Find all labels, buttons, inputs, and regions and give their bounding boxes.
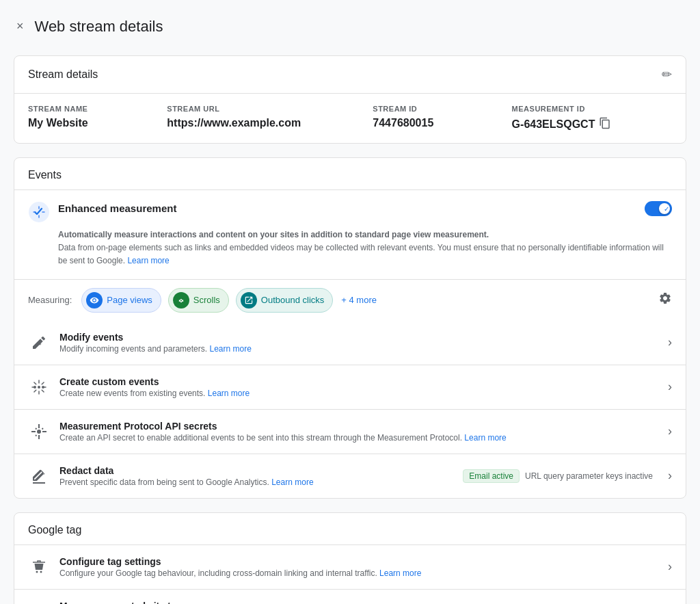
protocol-content: Measurement Protocol API secrets Create … — [59, 421, 653, 443]
stream-info-grid: STREAM NAME My Website STREAM URL https:… — [14, 94, 686, 143]
stream-details-title: Stream details — [28, 68, 98, 81]
configure-tag-row[interactable]: Configure tag settings Configure your Go… — [14, 545, 686, 590]
redact-data-content: Redact data Prevent specific data from b… — [59, 465, 453, 487]
google-tag-card: Google tag Configure tag settings Config… — [14, 512, 686, 604]
measurement-id-label: MEASUREMENT ID — [512, 105, 672, 113]
svg-point-5 — [40, 570, 42, 573]
modify-events-chevron: › — [668, 335, 672, 350]
redact-data-meta: Email active URL query parameter keys in… — [463, 469, 653, 483]
enhanced-measurement-icon — [28, 201, 50, 223]
redact-data-desc: Prevent specific data from being sent to… — [59, 477, 453, 487]
outbound-clicks-chip[interactable]: Outbound clicks — [236, 288, 334, 313]
outbound-clicks-chip-label: Outbound clicks — [261, 295, 325, 305]
copy-icon[interactable] — [599, 117, 611, 132]
custom-events-learn-more[interactable]: Learn more — [208, 389, 250, 398]
stream-url-value: https://www.example.com — [167, 117, 367, 129]
modify-events-title: Modify events — [59, 332, 653, 343]
outbound-clicks-chip-icon — [241, 292, 257, 308]
configure-tag-title: Configure tag settings — [59, 556, 653, 567]
stream-url-item: STREAM URL https://www.example.com — [167, 105, 367, 132]
measurement-id-item: MEASUREMENT ID G-643ELSQGCT — [512, 105, 672, 132]
page-views-chip[interactable]: Page views — [81, 288, 161, 313]
stream-name-label: STREAM NAME — [28, 105, 161, 113]
connected-tags-row[interactable]: Manage connected site tags Load tags for… — [14, 590, 686, 604]
stream-id-value: 7447680015 — [373, 117, 506, 129]
enhanced-measurement-title: Enhanced measurement — [58, 201, 176, 215]
google-tag-title: Google tag — [14, 513, 686, 545]
connected-tags-content: Manage connected site tags Load tags for… — [59, 601, 595, 604]
modify-events-desc: Modify incoming events and parameters. L… — [59, 344, 653, 354]
url-inactive-badge: URL query parameter keys inactive — [525, 471, 653, 481]
redact-data-icon — [28, 465, 50, 487]
protocol-desc: Create an API secret to enable additiona… — [59, 433, 653, 443]
custom-events-chevron: › — [668, 380, 672, 394]
events-section-title: Events — [14, 158, 686, 190]
enhanced-measurement-toggle[interactable] — [645, 201, 672, 216]
configure-tag-icon — [28, 556, 50, 578]
measuring-settings-icon[interactable] — [658, 291, 672, 308]
scrolls-chip-icon — [173, 292, 189, 308]
protocol-icon — [28, 421, 50, 443]
protocol-learn-more[interactable]: Learn more — [464, 433, 506, 443]
measurement-id-value: G-643ELSQGCT — [512, 118, 595, 131]
stream-name-item: STREAM NAME My Website — [28, 105, 161, 132]
close-button[interactable]: × — [14, 16, 27, 36]
configure-tag-learn-more[interactable]: Learn more — [379, 568, 421, 578]
stream-details-header: Stream details ✏ — [14, 56, 686, 94]
protocol-chevron: › — [668, 424, 672, 438]
enhanced-learn-more-link[interactable]: Learn more — [127, 256, 169, 265]
page-views-chip-icon — [86, 292, 103, 308]
configure-tag-desc: Configure your Google tag behaviour, inc… — [59, 568, 653, 578]
redact-data-title: Redact data — [59, 465, 453, 476]
custom-events-content: Create custom events Create new events f… — [59, 376, 653, 398]
configure-tag-content: Configure tag settings Configure your Go… — [59, 556, 653, 578]
custom-events-icon — [28, 376, 50, 398]
custom-events-row[interactable]: Create custom events Create new events f… — [14, 365, 686, 410]
page-views-chip-label: Page views — [107, 295, 152, 305]
redact-data-chevron: › — [668, 469, 672, 483]
custom-events-title: Create custom events — [59, 376, 653, 387]
measuring-row: Measuring: Page views Scrolls Outbound c… — [14, 280, 686, 321]
connected-tags-title: Manage connected site tags — [59, 601, 595, 604]
stream-id-item: STREAM ID 7447680015 — [373, 105, 506, 132]
stream-name-value: My Website — [28, 117, 161, 129]
more-chips-link[interactable]: + 4 more — [341, 295, 377, 305]
events-card: Events Enhanced measurement Automaticall… — [14, 157, 686, 499]
modify-events-content: Modify events Modify incoming events and… — [59, 332, 653, 354]
email-active-badge: Email active — [463, 469, 520, 483]
configure-tag-chevron: › — [668, 560, 672, 574]
measurement-id-row: G-643ELSQGCT — [512, 117, 672, 132]
redact-data-row[interactable]: Redact data Prevent specific data from b… — [14, 454, 686, 498]
modify-events-icon — [28, 332, 50, 354]
enhanced-measurement-row: Enhanced measurement Automatically measu… — [14, 190, 686, 280]
page-title: Web stream details — [35, 18, 163, 36]
modify-events-learn-more[interactable]: Learn more — [209, 344, 251, 354]
connected-tags-icon — [28, 601, 50, 604]
svg-point-1 — [38, 386, 40, 389]
modify-events-row[interactable]: Modify events Modify incoming events and… — [14, 321, 686, 365]
protocol-row[interactable]: Measurement Protocol API secrets Create … — [14, 410, 686, 454]
measuring-label: Measuring: — [28, 295, 72, 305]
svg-point-4 — [36, 570, 38, 573]
edit-icon[interactable]: ✏ — [662, 67, 672, 82]
stream-url-label: STREAM URL — [167, 105, 367, 113]
custom-events-desc: Create new events from existing events. … — [59, 389, 653, 398]
scrolls-chip[interactable]: Scrolls — [168, 288, 229, 313]
protocol-title: Measurement Protocol API secrets — [59, 421, 653, 432]
enhanced-measurement-description: Automatically measure interactions and c… — [58, 228, 672, 268]
stream-details-card: Stream details ✏ STREAM NAME My Website … — [14, 55, 686, 144]
scrolls-chip-label: Scrolls — [193, 295, 220, 305]
stream-id-label: STREAM ID — [373, 105, 506, 113]
redact-data-learn-more[interactable]: Learn more — [271, 477, 313, 487]
